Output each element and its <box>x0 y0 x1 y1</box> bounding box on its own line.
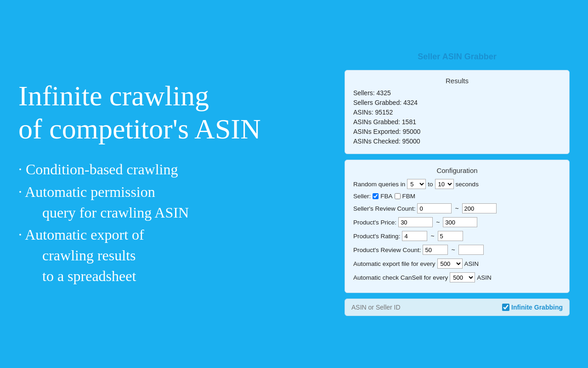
result-asins-checked: ASINs Checked: 95000 <box>353 138 561 145</box>
tilde-price: ~ <box>436 218 440 226</box>
seller-row: Seller: FBA FBM <box>353 193 561 200</box>
auto-check-label-post: ASIN <box>477 274 492 281</box>
result-sellers-grabbed: Sellers Grabbed: 4324 <box>353 99 561 106</box>
right-panel: Seller ASIN Grabber Results Sellers: 432… <box>345 52 570 316</box>
seller-label: Seller: <box>353 193 371 200</box>
fba-label: FBA <box>380 193 392 200</box>
auto-check-label-pre: Automatic check CanSell for every <box>353 274 448 281</box>
product-review-label: Product's Review Count: <box>353 247 421 253</box>
result-asins: ASINs: 95152 <box>353 109 561 116</box>
review-count-to[interactable] <box>462 203 497 213</box>
left-panel: Infinite crawlingof competitor's ASIN Co… <box>18 80 345 288</box>
review-count-label: Seller's Review Count: <box>353 205 415 212</box>
bullet-list: Condition-based crawling Automatic permi… <box>18 159 331 287</box>
tilde-rating: ~ <box>430 232 434 240</box>
bottom-bar: Infinite Grabbing <box>345 299 570 316</box>
check-select[interactable]: 500100020005000 <box>450 272 475 282</box>
review-count-row: Seller's Review Count: ~ <box>353 203 561 213</box>
config-title: Configuration <box>353 167 561 174</box>
random-queries-row: Random queries in 510152030 to 101520306… <box>353 179 561 189</box>
random-queries-label: Random queries in <box>353 181 405 188</box>
fba-checkbox[interactable] <box>373 193 379 199</box>
panel-title: Seller ASIN Grabber <box>345 52 570 62</box>
results-card: Results Sellers: 4325 Sellers Grabbed: 4… <box>345 70 570 154</box>
infinite-grabbing-container: Infinite Grabbing <box>502 304 563 311</box>
infinite-grabbing-label: Infinite Grabbing <box>511 304 563 311</box>
result-sellers: Sellers: 4325 <box>353 89 561 97</box>
bullet-2: Automatic permission query for crawling … <box>18 182 331 223</box>
random-to-select[interactable]: 1015203060 <box>435 179 454 189</box>
product-review-to[interactable] <box>458 245 484 255</box>
auto-check-row: Automatic check CanSell for every 500100… <box>353 272 561 282</box>
auto-export-label-post: ASIN <box>464 260 479 267</box>
price-to[interactable] <box>443 217 477 227</box>
seconds-label: seconds <box>456 181 479 188</box>
price-label: Product's Price: <box>353 219 396 226</box>
result-asins-grabbed: ASINs Grabbed: 1581 <box>353 118 561 126</box>
export-select[interactable]: 500100020005000 <box>437 259 463 269</box>
random-from-select[interactable]: 510152030 <box>407 179 426 189</box>
auto-export-row: Automatic export file for every 50010002… <box>353 259 561 269</box>
fbm-label: FBM <box>402 193 416 200</box>
bullet-3: Automatic export of crawling results to … <box>18 224 331 286</box>
rating-to[interactable] <box>438 231 463 241</box>
price-from[interactable] <box>398 217 433 227</box>
config-card: Configuration Random queries in 51015203… <box>345 160 570 293</box>
rating-from[interactable] <box>402 231 427 241</box>
to-label: to <box>428 181 433 188</box>
review-count-from[interactable] <box>417 203 452 213</box>
product-review-from[interactable] <box>423 245 448 255</box>
results-title: Results <box>353 77 561 85</box>
tilde-review: ~ <box>455 205 458 212</box>
infinite-grabbing-checkbox[interactable] <box>502 304 509 311</box>
result-asins-exported: ASINs Exported: 95000 <box>353 128 561 135</box>
product-review-row: Product's Review Count: ~ <box>353 245 561 255</box>
rating-label: Product's Rating: <box>353 233 400 240</box>
bullet-1: Condition-based crawling <box>18 159 331 180</box>
rating-row: Product's Rating: ~ <box>353 231 561 241</box>
asin-seller-input[interactable] <box>351 304 498 311</box>
main-heading: Infinite crawlingof competitor's ASIN <box>18 80 331 145</box>
auto-export-label-pre: Automatic export file for every <box>353 260 435 267</box>
price-row: Product's Price: ~ <box>353 217 561 227</box>
fbm-checkbox[interactable] <box>395 193 401 199</box>
tilde-product-review: ~ <box>451 246 455 253</box>
